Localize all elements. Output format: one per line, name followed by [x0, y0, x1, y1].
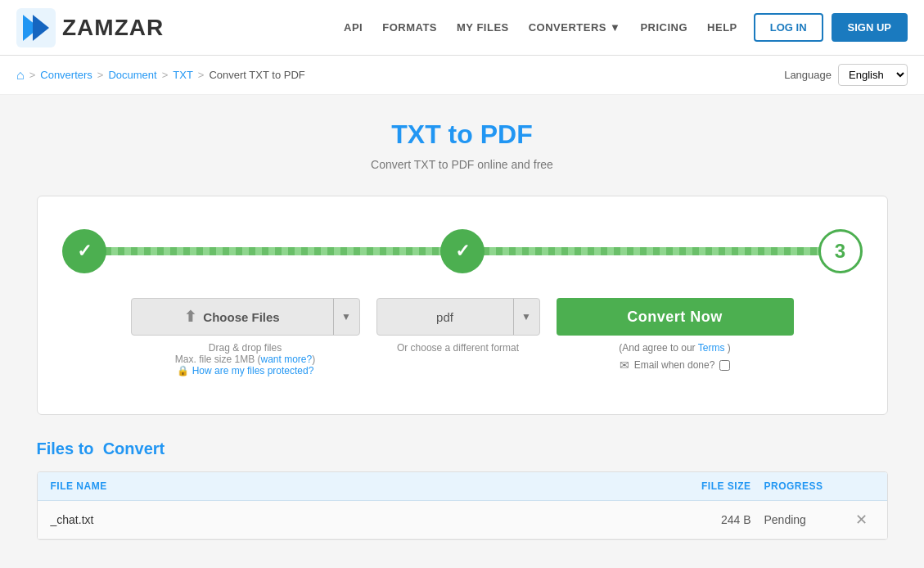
lock-icon: 🔒: [177, 365, 189, 376]
step-2-circle: ✓: [440, 229, 485, 273]
breadcrumb-bar: ⌂ > Converters > Document > TXT > Conver…: [0, 56, 924, 95]
protected-link[interactable]: 🔒 How are my files protected?: [175, 365, 315, 376]
file-action: ✕: [850, 512, 874, 527]
step-1-check: ✓: [77, 241, 92, 262]
format-select-wrap: pdf ▼ Or choose a different format: [376, 298, 540, 354]
col-header-progress: PROGRESS: [751, 480, 850, 492]
page-title: TXT to PDF: [37, 119, 888, 150]
max-size-text: Max. file size 1MB (want more?): [175, 354, 315, 365]
format-hint: Or choose a different format: [397, 342, 519, 354]
files-table: FILE NAME FILE SIZE PROGRESS _chat.txt 2…: [37, 471, 888, 540]
nav-converters[interactable]: CONVERTERS ▼: [529, 21, 621, 34]
files-section: Files to Convert FILE NAME FILE SIZE PRO…: [37, 440, 888, 540]
file-name: _chat.txt: [51, 513, 669, 526]
format-dropdown-icon[interactable]: ▼: [513, 299, 539, 335]
step-3-circle: 3: [818, 229, 863, 273]
breadcrumb-current: Convert TXT to PDF: [209, 69, 304, 81]
files-section-title: Files to Convert: [37, 440, 888, 458]
page-title-area: TXT to PDF: [37, 119, 888, 150]
choose-files-button[interactable]: ⬆ Choose Files ▼: [131, 298, 360, 336]
nav-my-files[interactable]: MY FILES: [457, 21, 509, 34]
main-content: TXT to PDF Convert TXT to PDF online and…: [20, 95, 904, 565]
col-header-action: [850, 480, 874, 492]
file-progress: Pending: [751, 513, 850, 526]
step-line-2: [483, 247, 820, 255]
choose-files-label: Choose Files: [203, 310, 279, 324]
table-row: _chat.txt 244 B Pending ✕: [38, 501, 887, 539]
breadcrumb-converters[interactable]: Converters: [40, 69, 92, 81]
signup-button[interactable]: SIGN UP: [832, 13, 908, 42]
actions-row: ⬆ Choose Files ▼ Drag & drop files Max. …: [62, 298, 863, 376]
upload-icon: ⬆: [184, 308, 196, 326]
home-icon[interactable]: ⌂: [16, 68, 25, 83]
format-select-button[interactable]: pdf ▼: [376, 298, 540, 336]
breadcrumb-txt[interactable]: TXT: [173, 69, 193, 81]
nav-api[interactable]: API: [344, 21, 363, 34]
login-button[interactable]: LOG IN: [754, 13, 823, 42]
breadcrumb-sep-2: >: [162, 69, 169, 81]
logo-text: ZAMZAR: [62, 15, 164, 41]
convert-now-wrap: Convert Now (And agree to our Terms ) ✉ …: [557, 298, 794, 372]
nav-pricing[interactable]: PRICING: [640, 21, 687, 34]
breadcrumb-sep-1: >: [97, 69, 104, 81]
breadcrumb-sep-3: >: [198, 69, 205, 81]
logo-icon: [16, 8, 56, 47]
format-value: pdf: [377, 310, 513, 324]
language-select[interactable]: English Spanish French German Italian: [838, 64, 908, 86]
step-3-label: 3: [835, 240, 845, 263]
files-title-start: Files to: [37, 440, 94, 458]
drag-drop-text: Drag & drop files: [175, 342, 315, 354]
files-title-highlight: Convert: [103, 440, 165, 458]
breadcrumb-sep-0: >: [29, 69, 36, 81]
email-checkbox[interactable]: [719, 360, 730, 371]
nav-help[interactable]: HELP: [707, 21, 737, 34]
converter-box: ✓ ✓ 3 ⬆ Choose Files ▼: [37, 196, 888, 415]
steps-row: ✓ ✓ 3: [62, 229, 863, 273]
nav-formats[interactable]: FORMATS: [382, 21, 437, 34]
file-size: 244 B: [669, 513, 751, 526]
page-subtitle: Convert TXT to PDF online and free: [37, 158, 888, 171]
choose-files-dropdown-icon[interactable]: ▼: [333, 299, 359, 335]
email-row: ✉ Email when done?: [620, 358, 731, 372]
breadcrumb: ⌂ > Converters > Document > TXT > Conver…: [16, 68, 305, 83]
choose-files-main: ⬆ Choose Files: [132, 308, 333, 326]
choose-files-info: Drag & drop files Max. file size 1MB (wa…: [175, 342, 315, 376]
step-1-circle: ✓: [62, 229, 106, 273]
logo[interactable]: ZAMZAR: [16, 8, 164, 47]
files-table-header: FILE NAME FILE SIZE PROGRESS: [38, 472, 887, 501]
email-icon: ✉: [620, 358, 629, 372]
choose-files-wrap: ⬆ Choose Files ▼ Drag & drop files Max. …: [131, 298, 360, 376]
nav-links: API FORMATS MY FILES CONVERTERS ▼ PRICIN…: [344, 21, 737, 34]
breadcrumb-document[interactable]: Document: [108, 69, 156, 81]
convert-info: (And agree to our Terms ): [619, 342, 731, 354]
convert-now-button[interactable]: Convert Now: [557, 298, 794, 336]
navbar: ZAMZAR API FORMATS MY FILES CONVERTERS ▼…: [0, 0, 924, 56]
email-label: Email when done?: [634, 359, 715, 371]
terms-link[interactable]: Terms: [698, 342, 725, 354]
want-more-link[interactable]: want more?: [261, 354, 313, 365]
col-header-name: FILE NAME: [51, 480, 669, 492]
language-label: Language: [784, 69, 832, 81]
step-line-1: [105, 247, 442, 255]
remove-file-button[interactable]: ✕: [855, 512, 868, 527]
converters-dropdown-icon: ▼: [610, 21, 620, 34]
language-area: Language English Spanish French German I…: [784, 64, 908, 86]
step-2-check: ✓: [455, 241, 470, 262]
col-header-size: FILE SIZE: [669, 480, 751, 492]
